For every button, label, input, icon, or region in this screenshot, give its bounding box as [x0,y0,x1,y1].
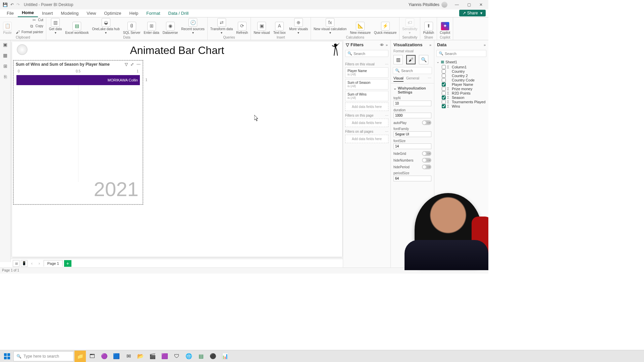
menu-modeling[interactable]: Modeling [57,9,83,17]
section-more-icon[interactable]: ⋯ [385,62,388,66]
dax-view-icon[interactable]: ⎘ [2,74,8,80]
text-box-button[interactable]: AText box [273,21,286,36]
report-view-icon[interactable]: ▣ [2,42,8,48]
save-icon[interactable]: 💾 [3,2,8,7]
field-checkbox[interactable] [442,78,446,82]
excel-button[interactable]: ▤Excel workbook [64,21,89,36]
quick-measure-button[interactable]: ⚡Quick measure [373,21,397,36]
menu-optimize[interactable]: Optimize [100,9,125,17]
filters-search[interactable]: 🔍 [345,50,388,57]
new-visual-button[interactable]: ▣New visual [253,21,270,36]
field-checkbox[interactable] [442,100,446,104]
recent-sources-button[interactable]: 🕘Recent sources▾ [180,17,205,35]
table-view-icon[interactable]: ▦ [2,52,8,58]
sql-button[interactable]: 🛢SQL Server [122,21,141,36]
periodsize-input[interactable] [393,176,431,181]
maximize-button[interactable]: ▢ [463,0,475,9]
desktop-layout-icon[interactable]: 🖥 [13,260,19,267]
model-view-icon[interactable]: ⊞ [2,63,8,69]
mobile-layout-icon[interactable]: 📱 [21,260,28,267]
menu-home[interactable]: Home [18,9,38,17]
section-more-icon[interactable]: ⋯ [385,114,388,117]
field-checkbox[interactable] [442,96,446,100]
duration-input[interactable] [393,113,431,118]
settings-group[interactable]: ⌄Wishyoulization Settings [393,86,431,94]
hidegrid-toggle[interactable]: Off [422,151,431,156]
share-button[interactable]: ↗Share ▾ [459,10,486,16]
close-button[interactable]: ✕ [475,0,487,9]
collapse-icon[interactable]: » [429,43,431,47]
menu-format[interactable]: Format [142,9,164,17]
refresh-button[interactable]: ⟳Refresh [235,21,249,36]
publish-button[interactable]: ⬆Publish [422,21,435,36]
field-row[interactable]: Country 2 [436,74,486,78]
format-painter-button[interactable]: 🖌Format painter [15,29,44,35]
field-row[interactable]: Player Name [436,82,486,86]
field-checkbox[interactable] [442,104,446,108]
menu-view[interactable]: View [83,9,100,17]
data-search[interactable]: 🔍 [436,50,486,57]
tab-visual[interactable]: Visual [393,76,404,82]
bar-chart-visual[interactable]: Sum of Wins and Sum of Season by Player … [13,60,143,204]
menu-datadrill[interactable]: Data / Drill [164,9,193,17]
field-checkbox[interactable] [442,87,446,91]
fontfamily-input[interactable] [393,131,431,137]
field-row[interactable]: ΣSeason [436,96,486,100]
field-row[interactable]: Country Code [436,78,486,82]
minimize-button[interactable]: — [451,0,463,9]
paste-button[interactable]: 📋Paste [2,21,13,36]
field-row[interactable]: ΣTournaments Played [436,100,486,104]
onelake-button[interactable]: ◒OneLake data hub▾ [91,17,120,35]
field-row[interactable]: ΣWins [436,104,486,108]
filter-card[interactable]: Player Nameis (All) [345,67,388,78]
redo-icon[interactable]: ↷ [16,2,20,7]
field-row[interactable]: ΣPrize money [436,87,486,91]
filters-search-input[interactable] [354,52,386,56]
viz-search[interactable]: 🔍 [393,67,432,74]
filter-dropzone[interactable]: Add data fields here [345,119,388,127]
analytics-icon[interactable]: 🔍 [419,55,428,64]
filter-card[interactable]: Sum of Seasonis (All) [345,79,388,89]
menu-insert[interactable]: Insert [38,9,57,17]
next-page-icon[interactable]: › [37,261,42,266]
collapse-icon[interactable]: » [386,43,388,47]
prev-page-icon[interactable]: ‹ [30,261,34,266]
enter-data-button[interactable]: ⊞Enter data [143,21,160,36]
avatar[interactable] [441,2,447,8]
new-calc-button[interactable]: fxNew visual calculation▾ [313,17,347,35]
transform-button[interactable]: ⇄Transform data▾ [210,17,233,35]
eye-icon[interactable]: 👁 [380,43,384,47]
get-data-button[interactable]: ▥Get data▾ [48,17,62,35]
field-checkbox[interactable] [442,82,446,86]
menu-help[interactable]: Help [125,9,143,17]
data-search-input[interactable] [445,52,484,56]
section-more-icon[interactable]: ⋯ [385,130,388,133]
add-page-button[interactable]: + [64,260,71,267]
field-row[interactable]: Country [436,69,486,73]
more-options-icon[interactable]: ⋯ [137,62,141,67]
format-visual-icon[interactable]: 🖌 [406,55,416,64]
topn-input[interactable] [393,101,431,106]
viz-search-input[interactable] [401,69,430,73]
tab-page-1[interactable]: Page 1 [44,260,63,266]
tab-general[interactable]: General [406,76,419,82]
dataverse-button[interactable]: ◉Dataverse [162,21,179,36]
filter-card[interactable]: Sum of Winsis (All) [345,91,388,101]
copy-button[interactable]: ⧉Copy [15,23,44,29]
hidenumbers-toggle[interactable]: Off [422,158,431,163]
field-checkbox[interactable] [442,65,446,69]
new-measure-button[interactable]: 📐New measure [349,21,371,36]
field-checkbox[interactable] [442,74,446,78]
menu-file[interactable]: File [3,9,18,17]
field-row[interactable]: ΣR2D Points [436,91,486,95]
cut-button[interactable]: ✂Cut [15,17,44,23]
autoplay-toggle[interactable]: Off [422,120,431,125]
field-checkbox[interactable] [442,69,446,73]
collapse-icon[interactable]: » [484,43,486,47]
focus-icon[interactable]: ⤢ [130,62,134,67]
copilot-button[interactable]: ✦Copilot [439,21,451,36]
tab-more-icon[interactable]: ⋯ [428,76,431,82]
filter-dropzone[interactable]: Add data fields here [345,103,388,111]
table-node[interactable]: ⌄ ▦ Sheet1 [436,59,486,65]
more-visuals-button[interactable]: ⊕More visuals▾ [288,17,309,35]
